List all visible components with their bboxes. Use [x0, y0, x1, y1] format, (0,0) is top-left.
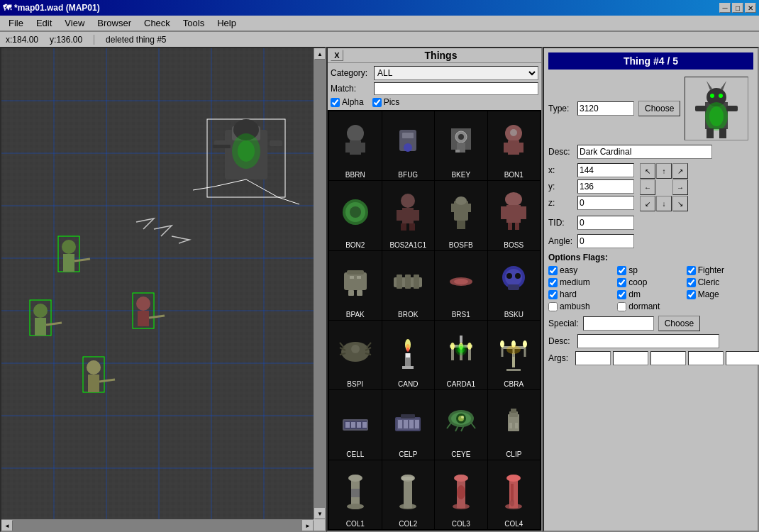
thing-item-boss[interactable]: BOSS — [488, 181, 541, 250]
thing-item-bon2[interactable]: BON2 — [329, 181, 382, 250]
flag-fighter-checkbox[interactable] — [687, 266, 696, 275]
scroll-up-button[interactable]: ▲ — [314, 48, 326, 60]
pics-checkbox-label[interactable]: Pics — [372, 97, 400, 107]
desc-input[interactable] — [577, 145, 712, 159]
thing-item-bkey[interactable]: BKEY — [435, 111, 487, 180]
z-label: z: — [548, 198, 573, 208]
thing-item-carda1[interactable]: CARDA1 — [435, 321, 487, 389]
angle-input[interactable] — [577, 234, 634, 248]
flag-hard-checkbox[interactable] — [548, 290, 558, 299]
scroll-down-button[interactable]: ▼ — [314, 508, 326, 519]
flag-coop[interactable]: coop — [617, 277, 684, 287]
arg2-input[interactable] — [613, 351, 648, 365]
arg5-input[interactable] — [726, 351, 759, 365]
thing-item-bos2a1c1[interactable]: BOS2A1C1 — [382, 181, 435, 250]
flag-dormant[interactable]: dormant — [617, 301, 753, 311]
svg-point-174 — [506, 475, 521, 482]
thing-item-bosfb[interactable]: BOSFB — [435, 181, 487, 250]
flag-medium-checkbox[interactable] — [548, 278, 558, 287]
menu-edit[interactable]: Edit — [31, 16, 57, 30]
choose-type-button[interactable]: Choose — [638, 101, 680, 116]
dir-sw-button[interactable]: ↙ — [640, 196, 655, 211]
menu-tools[interactable]: Tools — [177, 16, 210, 30]
dir-nw-button[interactable]: ↖ — [640, 163, 655, 179]
flag-easy[interactable]: easy — [548, 265, 615, 275]
thing-item-bpak[interactable]: BPAK — [329, 251, 382, 320]
thing-item-cell[interactable]: CELL — [329, 390, 382, 459]
flag-easy-checkbox[interactable] — [548, 266, 558, 275]
choose-special-button[interactable]: Choose — [658, 316, 700, 331]
flag-ambush-checkbox[interactable] — [548, 302, 558, 311]
flag-dormant-checkbox[interactable] — [617, 302, 626, 311]
flag-mage[interactable]: Mage — [687, 289, 753, 299]
menu-help[interactable]: Help — [211, 16, 242, 30]
things-close-button[interactable]: X — [331, 50, 343, 61]
menu-view[interactable]: View — [59, 16, 90, 30]
dir-n-button[interactable]: ↑ — [656, 163, 672, 179]
map-scrollbar-vertical[interactable]: ▲ ▼ — [314, 48, 325, 519]
flag-sp[interactable]: sp — [617, 265, 684, 275]
menu-browser[interactable]: Browser — [92, 16, 137, 30]
flag-hard[interactable]: hard — [548, 289, 615, 299]
alpha-checkbox-label[interactable]: Alpha — [331, 97, 364, 107]
pics-checkbox[interactable] — [372, 98, 382, 107]
menu-file[interactable]: File — [3, 16, 29, 30]
thing-item-bspi[interactable]: BSPI — [329, 321, 382, 389]
scroll-right-button[interactable]: ► — [302, 520, 314, 531]
flag-fighter[interactable]: Fighter — [687, 265, 753, 275]
map-scrollbar-horizontal[interactable]: ◄ ► — [1, 519, 314, 531]
flag-coop-checkbox[interactable] — [617, 278, 626, 287]
x-input[interactable] — [577, 163, 634, 177]
thing-item-col2[interactable]: COL2 — [382, 460, 435, 529]
thing-item-cbra[interactable]: CBRA — [488, 321, 541, 389]
map-area[interactable]: ▲ ▼ ◄ ► — [0, 47, 326, 532]
flag-sp-checkbox[interactable] — [617, 266, 626, 275]
dir-w-button[interactable]: ← — [640, 179, 655, 195]
alpha-checkbox[interactable] — [331, 98, 340, 107]
tid-input[interactable] — [577, 216, 634, 230]
y-input[interactable] — [577, 179, 634, 194]
maximize-button[interactable]: □ — [732, 3, 743, 13]
dir-s-button[interactable]: ↓ — [656, 196, 672, 211]
flag-dm-checkbox[interactable] — [617, 290, 626, 299]
thing-item-bsku[interactable]: BSKU — [488, 251, 541, 320]
flag-dm[interactable]: dm — [617, 289, 684, 299]
thing-item-cand[interactable]: CAND — [382, 321, 435, 389]
thing-item-col1[interactable]: COL1 — [329, 460, 382, 529]
things-grid[interactable]: BBRN BFUG — [328, 110, 541, 531]
svg-point-96 — [515, 273, 521, 279]
category-select[interactable]: ALL — [374, 66, 538, 80]
thing-item-col3[interactable]: COL3 — [435, 460, 487, 529]
thing-item-bon1[interactable]: BON1 — [488, 111, 541, 180]
thing-item-bbrn[interactable]: BBRN — [329, 111, 382, 180]
dir-se-button[interactable]: ↘ — [672, 196, 688, 211]
z-input[interactable] — [577, 196, 634, 210]
match-input[interactable] — [374, 82, 538, 95]
scroll-left-button[interactable]: ◄ — [1, 520, 13, 531]
thing-item-ceye[interactable]: CEYE — [435, 390, 487, 459]
dir-ne-button[interactable]: ↗ — [672, 163, 688, 179]
arg3-input[interactable] — [650, 351, 686, 365]
close-button[interactable]: ✕ — [745, 3, 756, 13]
thing-item-col4[interactable]: COL4 — [488, 460, 541, 529]
arg4-input[interactable] — [688, 351, 724, 365]
dir-e-button[interactable]: → — [672, 179, 688, 195]
special-input[interactable] — [583, 316, 654, 331]
flag-cleric[interactable]: Cleric — [687, 277, 753, 287]
thing-item-clip[interactable]: CLIP — [488, 390, 541, 459]
menu-check[interactable]: Check — [138, 16, 176, 30]
status-divider — [94, 35, 94, 45]
thing-item-celp[interactable]: CELP — [382, 390, 435, 459]
flag-mage-checkbox[interactable] — [687, 290, 696, 299]
minimize-button[interactable]: ─ — [719, 3, 731, 13]
desc-special-input[interactable] — [577, 334, 719, 348]
thing-item-bfug[interactable]: BFUG — [382, 111, 435, 180]
flag-cleric-checkbox[interactable] — [687, 278, 696, 287]
arg1-input[interactable] — [575, 351, 611, 365]
flag-medium[interactable]: medium — [548, 277, 615, 287]
thing-item-brok[interactable]: BROK — [382, 251, 435, 320]
thing-item-brs1[interactable]: BRS1 — [435, 251, 487, 320]
type-input[interactable] — [577, 101, 634, 116]
svg-rect-25 — [270, 140, 282, 146]
flag-ambush[interactable]: ambush — [548, 301, 615, 311]
